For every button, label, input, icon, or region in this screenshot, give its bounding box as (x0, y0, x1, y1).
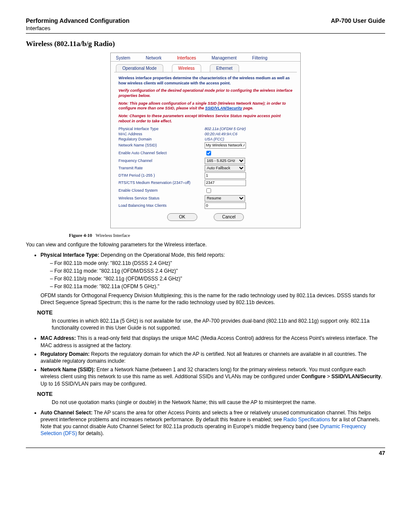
config-panel: System Network Interfaces Management Fil… (110, 53, 301, 228)
phys-type-value: 802.11a (OFDM 5 GHz) (205, 127, 246, 131)
phys-sub-4: For 802.11a mode: "802.11a (OFDM 5 GHz).… (50, 283, 385, 290)
bullet-autoch-lead: Auto Channel Select: (40, 410, 93, 416)
section-title: Wireless (802.11a/b/g Radio) (26, 40, 385, 48)
loadbal-input[interactable] (205, 202, 246, 209)
panel-desc-3-post: page. (242, 106, 253, 110)
bullet-ssid: Network Name (SSID): Enter a Network Nam… (40, 366, 385, 387)
autoch-checkbox[interactable] (206, 151, 211, 156)
tab-network[interactable]: Network (144, 55, 163, 61)
closed-checkbox[interactable] (206, 188, 211, 193)
ssid-label: Network Name (SSID) (118, 143, 205, 147)
svc-label: Wireless Service Status (118, 196, 205, 200)
dtim-input[interactable] (205, 172, 246, 179)
autoch-label: Enable Auto Channel Select (118, 151, 205, 155)
cancel-button[interactable]: Cancel (214, 213, 244, 221)
reg-label: Regulatory Domain (118, 137, 205, 141)
bullet-ssid-mid: > (326, 373, 332, 380)
bullet-ssid-bold1: Configure (301, 373, 326, 380)
ssid-vlan-security-link[interactable]: SSID/VLAN/Security (205, 106, 242, 110)
note-label-1: NOTE (37, 309, 53, 316)
mac-label: MAC Address (118, 132, 205, 136)
page-number: 47 (26, 448, 385, 456)
ssid-input[interactable] (205, 142, 246, 149)
svc-select[interactable]: Resume (205, 195, 245, 202)
bullet-autoch: Auto Channel Select: The AP scans the ar… (40, 409, 385, 437)
note-text-1: In countries in which 802.11a (5 GHz) is… (52, 317, 385, 331)
bullet-reg: Regulatory Domain: Reports the regulator… (40, 351, 385, 364)
freq-select[interactable]: 165 - 5.825 GHz (205, 158, 245, 164)
bullet-mac: MAC Address: This is a read-only field t… (40, 335, 385, 348)
rtscts-input[interactable] (205, 180, 246, 186)
freq-label: Frequency Channel (118, 159, 205, 163)
panel-desc-4: Note: Changes to these parameters except… (118, 114, 293, 124)
txrate-label: Transmit Rate (118, 166, 205, 170)
panel-desc-2: Verify configuration of the desired oper… (118, 88, 293, 98)
phys-sub-3: For 802.11b/g mode: "802.11g (OFDM/DSSS … (50, 275, 385, 282)
tab-management[interactable]: Management (210, 55, 238, 61)
panel-desc-3: Note: This page allows configuration of … (118, 101, 293, 111)
breadcrumb: Interfaces (26, 25, 385, 31)
tab-interfaces[interactable]: Interfaces (175, 55, 198, 61)
reg-value: USA (FCC) (205, 137, 224, 141)
subtab-wireless[interactable]: Wireless (172, 64, 201, 72)
tab-filtering[interactable]: Filtering (250, 55, 269, 61)
phys-type-label: Physical Interface Type (118, 127, 205, 131)
bullet-reg-lead: Regulatory Domain: (40, 351, 90, 357)
doc-title: AP-700 User Guide (331, 17, 385, 24)
dtim-label: DTIM Period (1-255 ) (118, 173, 205, 177)
ok-button[interactable]: OK (167, 213, 197, 221)
intro-text: You can view and configure the following… (26, 241, 385, 248)
figure-caption: Figure 4-10 Wireless Interface (69, 233, 385, 238)
bullet-reg-rest: Reports the regulatory domain for which … (40, 351, 367, 364)
chapter-title: Performing Advanced Configuration (26, 17, 130, 24)
txrate-select[interactable]: Auto Fallback (205, 165, 245, 171)
phys-sub-1: For 802.11b mode only: "802.11b (DSSS 2.… (50, 260, 385, 267)
note-text-2: Do not use quotation marks (single or do… (52, 399, 385, 406)
main-tabs: System Network Interfaces Management Fil… (111, 53, 300, 62)
phys-tail: OFDM stands for Orthogonal Frequency Div… (40, 292, 385, 306)
bullet-phys-rest: Depending on the Operational Mode, this … (100, 252, 225, 258)
subtab-ethernet[interactable]: Ethernet (210, 64, 239, 72)
bullet-ssid-bold2: SSID/VLAN/Security (331, 373, 381, 380)
bullet-phys-type: Physical Interface Type: Depending on th… (40, 252, 385, 290)
closed-label: Enable Closed System (118, 188, 205, 193)
bullet-ssid-lead: Network Name (SSID): (40, 367, 95, 373)
radio-specifications-link[interactable]: Radio Specifications (283, 417, 330, 423)
figure-caption-text: Wireless Interface (96, 233, 130, 238)
bullet-mac-rest: This is a read-only field that displays … (40, 335, 377, 348)
panel-desc-1: Wireless interface properties determine … (118, 76, 293, 86)
sub-tabs: Operational Mode Wireless Ethernet (111, 62, 300, 72)
subtab-operational-mode[interactable]: Operational Mode (116, 64, 163, 72)
header-divider (26, 33, 385, 34)
bullet-phys-lead: Physical Interface Type: (40, 252, 100, 258)
loadbal-label: Load Balancing Max Clients (118, 203, 205, 208)
panel-desc-3-pre: Note: This page allows configuration of … (118, 101, 286, 111)
bullet-autoch-post: for details). (77, 430, 104, 436)
mac-value: 00:20:A6:49:9A:C6 (205, 132, 237, 136)
bullet-mac-lead: MAC Address: (40, 335, 76, 341)
tab-system[interactable]: System (114, 55, 132, 61)
note-label-2: NOTE (37, 391, 53, 397)
rtscts-label: RTS/CTS Medium Reservation (2347=off) (118, 180, 205, 185)
phys-sub-2: For 802.11g mode: "802.11g (OFDM/DSSS 2.… (50, 268, 385, 274)
figure-caption-label: Figure 4-10 (69, 233, 92, 238)
